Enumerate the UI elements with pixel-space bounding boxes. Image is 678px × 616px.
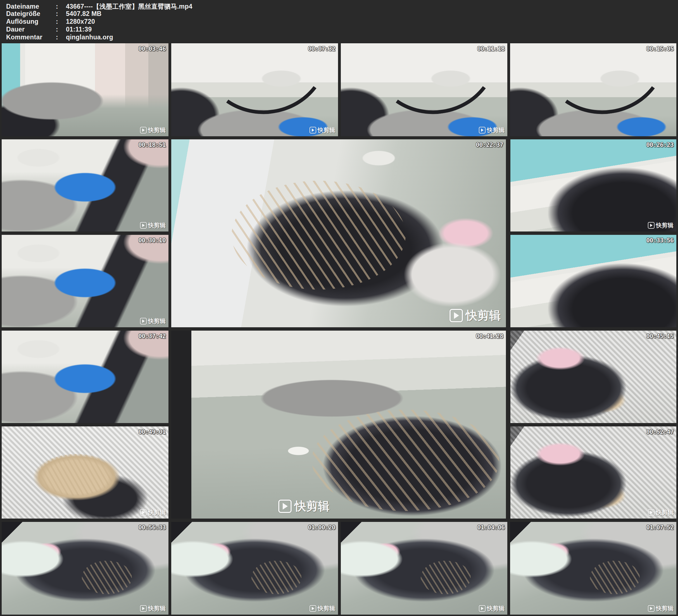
kuaijianji-watermark: 快剪辑 bbox=[479, 126, 504, 134]
kuaijianji-logo-icon bbox=[479, 127, 486, 133]
kuaijianji-watermark: 快剪辑 bbox=[140, 126, 166, 134]
field-label: Dateigröße bbox=[6, 10, 56, 17]
field-separator: : bbox=[56, 18, 66, 26]
kuaijianji-logo-icon bbox=[648, 222, 654, 229]
kuaijianji-logo-icon bbox=[140, 318, 147, 324]
watermark-label: 快剪辑 bbox=[148, 222, 166, 229]
duration-value: 01:11:39 bbox=[66, 26, 91, 33]
video-thumbnail: 00:52:47 快剪辑 bbox=[511, 426, 676, 518]
field-separator: : bbox=[56, 10, 66, 17]
timestamp-overlay: 00:15:05 bbox=[646, 45, 674, 52]
timestamp-overlay: 01:04:06 bbox=[477, 524, 504, 531]
filename-value: 43667----【浅墨工作室】黑丝直臂驷马.mp4 bbox=[66, 2, 192, 11]
kuaijianji-logo-icon bbox=[479, 605, 486, 612]
timestamp-overlay: 00:30:10 bbox=[138, 237, 166, 244]
kuaijianji-logo-icon bbox=[648, 509, 654, 516]
file-info-row: Dateiname : 43667----【浅墨工作室】黑丝直臂驷马.mp4 bbox=[6, 2, 192, 11]
filesize-value: 5407.82 MB bbox=[66, 10, 102, 17]
timestamp-overlay: 00:22:37 bbox=[476, 141, 503, 148]
timestamp-overlay: 00:37:42 bbox=[138, 333, 166, 340]
timestamp-overlay: 00:11:18 bbox=[477, 45, 504, 52]
kuaijianji-watermark: 快剪辑 bbox=[309, 605, 335, 612]
video-thumbnail: 00:15:05 bbox=[510, 43, 676, 136]
file-info-row: Auflösung : 1280x720 bbox=[6, 18, 95, 26]
video-thumbnail: 00:56:33 快剪辑 bbox=[2, 522, 168, 615]
video-thumbnail-large: 00:41:28 快剪辑 bbox=[171, 331, 506, 518]
field-separator: : bbox=[56, 26, 66, 33]
kuaijianji-logo-icon bbox=[450, 309, 463, 322]
video-thumbnail: 00:26:23 快剪辑 bbox=[511, 139, 676, 231]
timestamp-overlay: 00:07:32 bbox=[308, 45, 335, 52]
field-label: Dauer bbox=[6, 26, 56, 33]
timestamp-overlay: 00:26:23 bbox=[646, 141, 674, 148]
video-thumbnail: 01:00:20 快剪辑 bbox=[171, 522, 338, 615]
kuaijianji-logo-icon bbox=[648, 605, 654, 612]
video-thumbnail: 00:07:32 快剪辑 bbox=[171, 43, 338, 136]
field-separator: : bbox=[56, 34, 66, 41]
contact-sheet-page: { "header": { "rows": [ {"label": "Datei… bbox=[0, 0, 678, 616]
timestamp-overlay: 01:07:52 bbox=[646, 524, 674, 531]
thumbnail-grid: 00:03:46 快剪辑 00:07:32 快剪辑 00:11:18 快剪辑 0… bbox=[0, 42, 678, 616]
kuaijianji-logo-icon bbox=[140, 222, 147, 229]
comment-value: qinglanhua.org bbox=[66, 34, 113, 41]
kuaijianji-logo-icon bbox=[278, 500, 292, 513]
kuaijianji-watermark: 快剪辑 bbox=[648, 508, 674, 516]
watermark-label: 快剪辑 bbox=[317, 605, 335, 612]
watermark-label: 快剪辑 bbox=[487, 126, 504, 134]
file-info-row: Dateigröße : 5407.82 MB bbox=[6, 10, 102, 17]
timestamp-overlay: 00:52:47 bbox=[646, 428, 674, 435]
watermark-label: 快剪辑 bbox=[295, 498, 330, 514]
kuaijianji-watermark: 快剪辑 bbox=[479, 605, 504, 612]
kuaijianji-watermark: 快剪辑 bbox=[309, 126, 335, 134]
video-thumbnail: 01:04:06 快剪辑 bbox=[341, 522, 507, 615]
watermark-label: 快剪辑 bbox=[148, 605, 166, 612]
timestamp-overlay: 01:00:20 bbox=[308, 524, 335, 531]
video-thumbnail: 00:11:18 快剪辑 bbox=[341, 43, 507, 136]
watermark-label: 快剪辑 bbox=[317, 126, 335, 134]
video-thumbnail-large: 00:22:37 快剪辑 bbox=[171, 139, 506, 327]
kuaijianji-watermark: 快剪辑 bbox=[140, 605, 166, 612]
file-info-row: Kommentar : qinglanhua.org bbox=[6, 34, 113, 41]
watermark-label: 快剪辑 bbox=[656, 605, 674, 612]
field-separator: : bbox=[56, 3, 66, 10]
watermark-label: 快剪辑 bbox=[148, 126, 166, 134]
kuaijianji-watermark: 快剪辑 bbox=[648, 605, 674, 612]
kuaijianji-logo-icon bbox=[309, 127, 316, 133]
video-thumbnail: 00:33:56 bbox=[511, 235, 676, 327]
timestamp-overlay: 00:18:51 bbox=[138, 141, 166, 148]
file-info-header: Dateiname : 43667----【浅墨工作室】黑丝直臂驷马.mp4 D… bbox=[0, 0, 678, 42]
watermark-label: 快剪辑 bbox=[148, 317, 166, 325]
watermark-label: 快剪辑 bbox=[487, 605, 504, 612]
kuaijianji-logo-icon bbox=[140, 127, 147, 133]
video-thumbnail: 00:37:42 bbox=[2, 331, 168, 423]
timestamp-overlay: 00:41:28 bbox=[476, 333, 503, 340]
timestamp-overlay: 00:33:56 bbox=[646, 237, 674, 244]
kuaijianji-logo-icon bbox=[140, 509, 147, 516]
kuaijianji-watermark: 快剪辑 bbox=[450, 308, 501, 323]
video-thumbnail: 01:07:52 快剪辑 bbox=[510, 522, 676, 615]
kuaijianji-logo-icon bbox=[140, 605, 147, 612]
kuaijianji-watermark: 快剪辑 bbox=[278, 498, 330, 514]
kuaijianji-watermark: 快剪辑 bbox=[648, 222, 674, 229]
watermark-label: 快剪辑 bbox=[466, 308, 501, 323]
video-thumbnail: 00:03:46 快剪辑 bbox=[2, 43, 168, 136]
video-thumbnail: 00:49:01 快剪辑 bbox=[2, 426, 168, 518]
timestamp-overlay: 00:56:33 bbox=[138, 524, 166, 531]
resolution-value: 1280x720 bbox=[66, 18, 95, 26]
field-label: Kommentar bbox=[6, 34, 56, 41]
kuaijianji-logo-icon bbox=[309, 605, 316, 612]
video-thumbnail: 00:18:51 快剪辑 bbox=[2, 139, 168, 231]
kuaijianji-watermark: 快剪辑 bbox=[140, 222, 166, 229]
kuaijianji-watermark: 快剪辑 bbox=[140, 317, 166, 325]
kuaijianji-watermark: 快剪辑 bbox=[140, 508, 166, 516]
timestamp-overlay: 00:03:46 bbox=[138, 45, 166, 52]
timestamp-overlay: 00:49:01 bbox=[138, 428, 166, 435]
video-thumbnail: 00:30:10 快剪辑 bbox=[2, 235, 168, 327]
field-label: Dateiname bbox=[6, 3, 56, 10]
field-label: Auflösung bbox=[6, 18, 56, 26]
watermark-label: 快剪辑 bbox=[148, 508, 166, 516]
watermark-label: 快剪辑 bbox=[656, 508, 674, 516]
video-thumbnail: 00:45:15 bbox=[511, 331, 676, 423]
file-info-row: Dauer : 01:11:39 bbox=[6, 26, 91, 33]
watermark-label: 快剪辑 bbox=[656, 222, 674, 229]
